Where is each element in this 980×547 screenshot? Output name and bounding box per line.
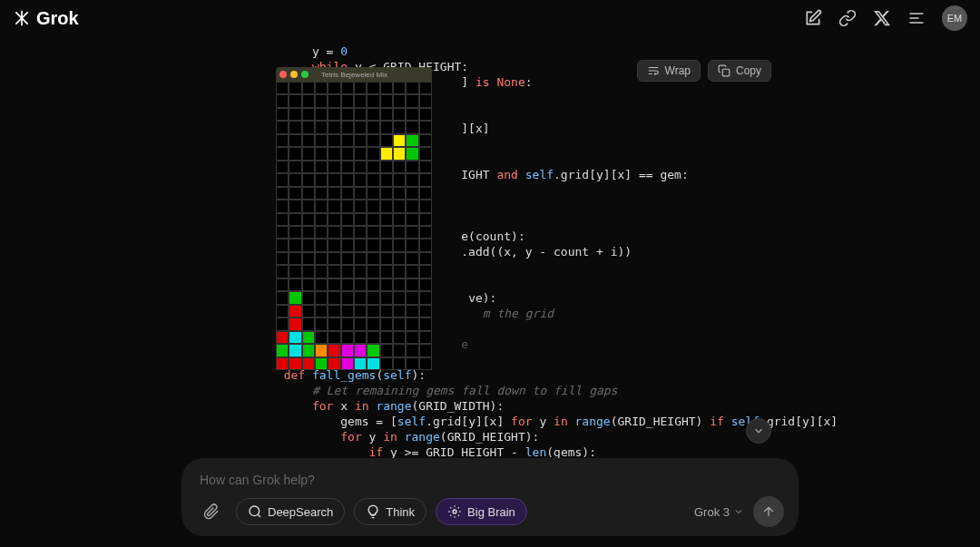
grid-cell — [341, 226, 354, 239]
grid-cell — [276, 344, 289, 357]
grid-cell — [380, 82, 393, 94]
grid-cell — [302, 173, 315, 186]
close-icon[interactable] — [279, 71, 287, 78]
grid-cell — [289, 200, 301, 212]
minimize-icon[interactable] — [290, 71, 298, 78]
brain-icon — [447, 504, 462, 519]
grid-cell — [341, 213, 354, 226]
grid-cell — [354, 200, 367, 212]
grid-cell — [315, 121, 328, 133]
grid-cell — [393, 200, 406, 212]
grid-cell — [328, 173, 340, 186]
grid-cell — [341, 305, 354, 317]
grid-cell — [380, 291, 393, 304]
grid-cell — [367, 252, 379, 265]
grid-cell — [367, 200, 379, 212]
grid-cell — [380, 161, 393, 173]
grid-cell — [419, 147, 432, 160]
grid-cell — [354, 173, 367, 186]
grid-cell — [328, 305, 340, 317]
header-actions: EM — [804, 5, 967, 31]
grid-cell — [328, 265, 340, 278]
grid-cell — [419, 265, 432, 278]
grid-cell — [315, 265, 328, 278]
grid-cell — [380, 200, 393, 212]
grid-cell — [315, 187, 328, 200]
grid-cell — [406, 278, 418, 291]
grid-cell — [289, 278, 301, 291]
grid-cell — [302, 94, 315, 107]
wrap-icon — [647, 64, 660, 77]
chevron-down-icon — [752, 425, 765, 437]
grid-cell — [354, 305, 367, 317]
grid-cell — [341, 200, 354, 212]
game-title-bar[interactable]: Tetris Bejeweled Mix — [276, 67, 432, 82]
maximize-icon[interactable] — [301, 71, 309, 78]
grid-cell — [328, 121, 340, 133]
grid-cell — [354, 147, 367, 160]
grid-cell — [289, 317, 301, 330]
grid-cell — [341, 278, 354, 291]
grid-cell — [302, 305, 315, 317]
grid-cell — [276, 239, 289, 251]
grid-cell — [406, 265, 418, 278]
edit-icon[interactable] — [804, 9, 822, 27]
user-avatar[interactable]: EM — [942, 5, 967, 31]
grid-cell — [328, 226, 340, 239]
grid-cell — [380, 134, 393, 147]
chat-input[interactable]: How can Grok help? — [196, 467, 784, 496]
bigbrain-button[interactable]: Big Brain — [436, 498, 527, 525]
app-header: Grok EM — [0, 0, 980, 36]
grid-cell — [302, 278, 315, 291]
grid-cell — [341, 108, 354, 121]
grid-cell — [315, 82, 328, 94]
grid-cell — [289, 161, 301, 173]
link-icon[interactable] — [838, 9, 857, 27]
grid-cell — [367, 94, 379, 107]
grid-cell — [367, 147, 379, 160]
grid-cell — [276, 147, 289, 160]
grid-cell — [315, 161, 328, 173]
grid-cell — [380, 265, 393, 278]
grid-cell — [393, 187, 406, 200]
deepsearch-button[interactable]: DeepSearch — [236, 498, 345, 525]
x-icon[interactable] — [873, 9, 891, 27]
grid-cell — [328, 187, 340, 200]
grid-cell — [341, 331, 354, 344]
grid-cell — [302, 239, 315, 251]
grid-cell — [406, 357, 418, 370]
grid-cell — [341, 94, 354, 107]
grid-cell — [315, 108, 328, 121]
grid-cell — [393, 278, 406, 291]
scroll-down-button[interactable] — [746, 418, 771, 444]
grid-cell — [315, 94, 328, 107]
copy-button[interactable]: Copy — [708, 60, 771, 82]
svg-point-1 — [250, 506, 260, 516]
grid-cell — [354, 344, 367, 357]
grid-cell — [419, 317, 432, 330]
grid-cell — [419, 344, 432, 357]
think-button[interactable]: Think — [354, 498, 426, 525]
wrap-button[interactable]: Wrap — [637, 60, 701, 82]
game-grid[interactable] — [276, 82, 432, 370]
grid-cell — [328, 161, 340, 173]
grid-cell — [276, 82, 289, 94]
send-button[interactable] — [753, 496, 784, 527]
grid-cell — [380, 213, 393, 226]
grid-cell — [328, 108, 340, 121]
grid-cell — [341, 291, 354, 304]
grid-cell — [406, 252, 418, 265]
app-logo[interactable]: Grok — [13, 8, 79, 29]
grid-cell — [419, 278, 432, 291]
grid-cell — [406, 239, 418, 251]
grid-cell — [328, 147, 340, 160]
grid-cell — [367, 173, 379, 186]
menu-icon[interactable] — [907, 9, 926, 27]
grid-cell — [354, 121, 367, 133]
grid-cell — [419, 173, 432, 186]
grid-cell — [276, 173, 289, 186]
attach-button[interactable] — [196, 496, 227, 527]
grid-cell — [341, 357, 354, 370]
grid-cell — [289, 331, 301, 344]
model-selector[interactable]: Grok 3 — [694, 505, 744, 519]
